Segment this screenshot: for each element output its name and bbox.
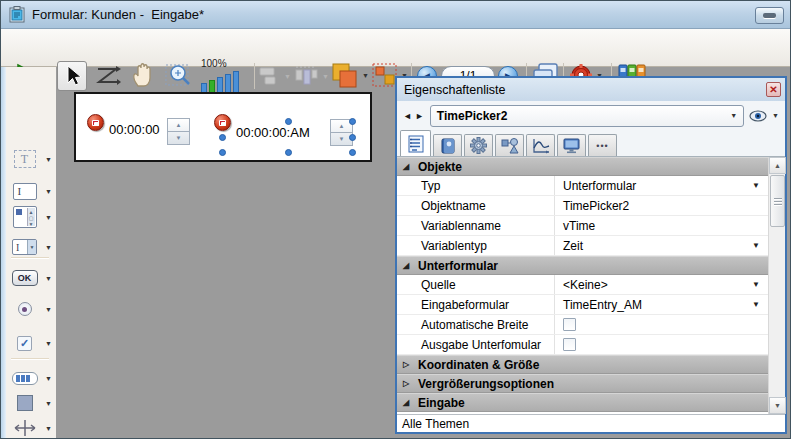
checkbox-unchecked[interactable] bbox=[563, 338, 576, 351]
order-button[interactable]: ▼ bbox=[331, 62, 369, 89]
zoom-region-button[interactable] bbox=[165, 62, 193, 88]
dropdown-arrow-icon[interactable]: ▼ bbox=[752, 181, 760, 190]
tab-layout[interactable] bbox=[495, 134, 524, 156]
property-value-dropdown[interactable]: <Keine> ▼ bbox=[555, 275, 768, 294]
selection-handle[interactable] bbox=[219, 134, 226, 141]
property-row-eingabeformular[interactable]: Eingabeformular TimeEntry_AM ▼ bbox=[397, 295, 768, 315]
property-row-ausgabe-unterformular[interactable]: Ausgabe Unterfomular bbox=[397, 335, 768, 355]
property-row-quelle[interactable]: Quelle <Keine> ▼ bbox=[397, 275, 768, 295]
property-value-text: vTime bbox=[563, 219, 595, 233]
expander-expanded-icon[interactable]: ◢ bbox=[403, 162, 412, 171]
property-value-dropdown[interactable]: Zeit ▼ bbox=[555, 236, 768, 255]
property-value-dropdown[interactable]: Unterformular ▼ bbox=[555, 176, 768, 195]
section-header-eingabe[interactable]: ◢ Eingabe bbox=[397, 393, 768, 412]
scroll-up-icon[interactable]: ▲ bbox=[769, 157, 786, 174]
expander-collapsed-icon[interactable]: ▷ bbox=[403, 379, 412, 388]
tab-display[interactable] bbox=[557, 134, 586, 156]
dropdown-caret-icon[interactable]: ▼ bbox=[45, 340, 52, 347]
dropdown-caret-icon[interactable]: ▼ bbox=[45, 425, 52, 432]
panel-status-bar: Alle Themen bbox=[397, 414, 785, 432]
selection-handle[interactable] bbox=[349, 134, 356, 141]
sidebar-item-pushbutton[interactable]: OK ▼ bbox=[10, 264, 52, 292]
tab-data[interactable] bbox=[433, 134, 462, 156]
dropdown-caret-icon[interactable]: ▼ bbox=[45, 400, 52, 407]
property-row-objektname[interactable]: Objektname TimePicker2 bbox=[397, 196, 768, 216]
zoom-level-label: 100% bbox=[201, 59, 253, 69]
tab-more[interactable]: ••• bbox=[588, 134, 617, 156]
sidebar-item-checkbox[interactable]: ✓ ▼ bbox=[10, 329, 52, 357]
dropdown-caret-icon[interactable]: ▼ bbox=[45, 375, 52, 382]
book-icon bbox=[440, 138, 456, 154]
checkbox-unchecked[interactable] bbox=[563, 318, 576, 331]
visibility-menu[interactable]: ▼ bbox=[749, 110, 779, 122]
tab-properties[interactable] bbox=[400, 130, 431, 156]
pan-hand-icon bbox=[130, 62, 156, 88]
selection-handle[interactable] bbox=[349, 149, 356, 156]
sidebar-item-toolbar-control[interactable]: ▼ bbox=[10, 364, 52, 392]
scroll-down-icon[interactable]: ▼ bbox=[769, 397, 786, 414]
align-disabled-icon bbox=[259, 67, 281, 85]
sidebar-item-splitter[interactable]: ▼ bbox=[10, 414, 52, 439]
timepicker2-value[interactable]: 00:00:00:AM bbox=[236, 125, 310, 140]
dropdown-arrow-icon[interactable]: ▼ bbox=[752, 300, 760, 309]
object-selector-row: ◄► TimePicker2 ▼ ▼ bbox=[397, 101, 785, 130]
section-header-objekte[interactable]: ◢ Objekte bbox=[397, 157, 768, 176]
dropdown-caret-icon[interactable]: ▼ bbox=[45, 306, 52, 313]
property-value-dropdown[interactable]: TimeEntry_AM ▼ bbox=[555, 295, 768, 314]
property-value-checkbox bbox=[555, 315, 768, 334]
expander-expanded-icon[interactable]: ◢ bbox=[403, 261, 412, 270]
property-row-typ[interactable]: Typ Unterformular ▼ bbox=[397, 176, 768, 196]
eye-icon bbox=[749, 110, 767, 122]
vertical-scrollbar[interactable]: ▲ ▼ bbox=[768, 157, 785, 414]
dropdown-caret-icon: ▼ bbox=[284, 73, 291, 80]
dropdown-caret-icon[interactable]: ▼ bbox=[45, 214, 52, 221]
more-tabs-icon: ••• bbox=[596, 141, 608, 151]
dropdown-caret-icon[interactable]: ▼ bbox=[45, 188, 52, 195]
dropdown-caret-icon[interactable]: ▼ bbox=[45, 275, 52, 282]
expander-collapsed-icon[interactable]: ▷ bbox=[403, 360, 412, 369]
section-header-unterformular[interactable]: ◢ Unterformular bbox=[397, 256, 768, 275]
form-canvas[interactable]: 00:00:00 ▲▼ 00:00:00:AM ▲▼ bbox=[74, 92, 372, 162]
panel-header[interactable]: Eigenschaftenliste ✕ bbox=[397, 78, 785, 101]
property-row-variablentyp[interactable]: Variablentyp Zeit ▼ bbox=[397, 236, 768, 256]
section-header-koordinaten[interactable]: ▷ Koordinaten & Größe bbox=[397, 355, 768, 374]
next-object-icon[interactable]: ► bbox=[415, 111, 425, 121]
pan-tool-button[interactable] bbox=[130, 62, 156, 88]
sidebar-item-edit-field[interactable]: I ▼ bbox=[10, 177, 52, 205]
tab-scaling[interactable] bbox=[526, 134, 555, 156]
selection-handle[interactable] bbox=[285, 118, 292, 125]
property-row-automatische-breite[interactable]: Automatische Breite bbox=[397, 315, 768, 335]
scrollbar-thumb[interactable] bbox=[770, 175, 785, 227]
sidebar-item-panel[interactable]: ▼ bbox=[10, 389, 52, 417]
tab-settings[interactable] bbox=[464, 134, 493, 156]
sidebar-item-listbox[interactable]: ▲▢▼ ▼ bbox=[10, 203, 52, 231]
dropdown-caret-icon[interactable]: ▼ bbox=[45, 244, 52, 251]
property-value-field[interactable]: TimePicker2 bbox=[555, 196, 768, 215]
main-toolbar: 100% ▼ ▼ bbox=[1, 29, 790, 67]
timepicker1-value[interactable]: 00:00:00 bbox=[109, 122, 160, 137]
tab-order-button[interactable] bbox=[95, 65, 121, 87]
selection-handle[interactable] bbox=[349, 118, 356, 125]
sidebar-item-static-text[interactable]: T ▼ bbox=[10, 145, 52, 173]
sidebar-item-radiobutton[interactable]: ▼ bbox=[10, 295, 52, 323]
dropdown-arrow-icon[interactable]: ▼ bbox=[752, 280, 760, 289]
property-value-text: Zeit bbox=[563, 239, 583, 253]
expander-expanded-icon[interactable]: ◢ bbox=[403, 398, 412, 407]
spin-up-icon: ▲ bbox=[168, 119, 189, 132]
property-row-variablenname[interactable]: Variablenname vTime bbox=[397, 216, 768, 236]
object-selector-combo[interactable]: TimePicker2 ▼ bbox=[430, 105, 744, 127]
dropdown-caret-icon[interactable]: ▼ bbox=[45, 156, 52, 163]
selection-handle[interactable] bbox=[285, 149, 292, 156]
close-icon[interactable]: ✕ bbox=[766, 82, 781, 97]
dropdown-arrow-icon[interactable]: ▼ bbox=[752, 241, 760, 250]
prev-object-icon[interactable]: ◄ bbox=[403, 111, 413, 121]
property-label: Eingabeformular bbox=[397, 295, 555, 314]
select-tool-button[interactable] bbox=[57, 61, 87, 91]
selection-handle[interactable] bbox=[219, 149, 226, 156]
timepicker1-spinner[interactable]: ▲▼ bbox=[167, 118, 190, 145]
section-header-vergroesserung[interactable]: ▷ Vergrößerungsoptionen bbox=[397, 374, 768, 393]
title-bar[interactable]: Formular: Kunden - Eingabe* bbox=[1, 1, 790, 29]
minimize-button[interactable] bbox=[755, 7, 784, 24]
edit-field-icon: I bbox=[13, 183, 37, 200]
property-value-field[interactable]: vTime bbox=[555, 216, 768, 235]
